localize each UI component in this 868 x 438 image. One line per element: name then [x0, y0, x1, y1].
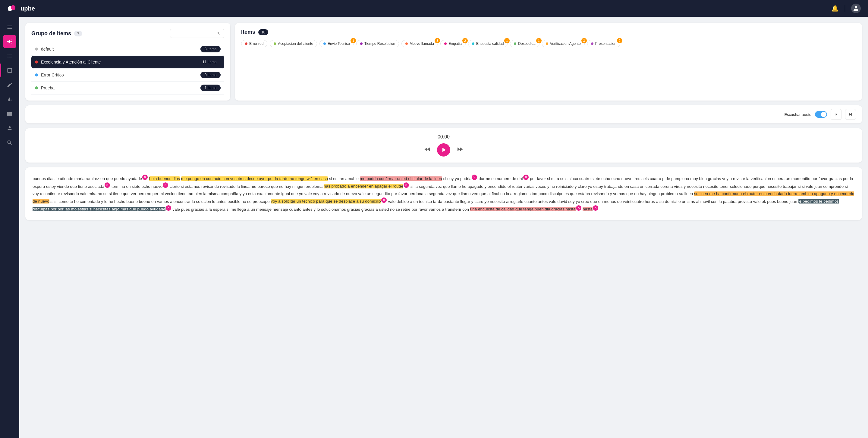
transcript-text: buenos dias le atiende maria ramirez en … — [33, 175, 855, 213]
grupo-panel: Grupo de Items 7 default 3 Items Excelen… — [25, 23, 230, 101]
items-panel: Items 10 Error red Aceptacion del client… — [235, 23, 862, 101]
sidebar-accent — [0, 64, 1, 77]
tag-dot — [591, 42, 593, 45]
logo-text: upbe — [21, 5, 35, 12]
tag-dot — [323, 42, 326, 45]
tag-label: Envio Tecnico — [328, 41, 350, 46]
items-title: Items — [241, 29, 255, 35]
group-row-error[interactable]: Error Crítico 0 Items — [31, 69, 224, 81]
audio-toggle[interactable] — [815, 111, 827, 118]
tag-error-red[interactable]: Error red — [241, 40, 267, 47]
close-chip[interactable]: ✕ — [576, 205, 581, 211]
items-badge: 11 Items — [198, 59, 221, 65]
tag-label: Aceptacion del cliente — [278, 41, 313, 46]
group-row-prueba[interactable]: Prueba 1 Items — [31, 81, 224, 95]
group-row-excelencia[interactable]: Excelencia y Atención al Cliente 11 Item… — [31, 56, 224, 69]
dot-red — [35, 61, 38, 64]
tag-dot — [546, 42, 548, 45]
tag-label: Presentacion — [595, 41, 616, 46]
tag-encuesta[interactable]: Encuesta calidad1 — [468, 40, 507, 47]
sidebar-item-person[interactable] — [3, 122, 16, 135]
group-name: Error Crítico — [41, 72, 64, 77]
tag-dot — [245, 42, 247, 45]
tag-envio[interactable]: Envio Tecnico1 — [319, 40, 354, 47]
tag-dot — [514, 42, 516, 45]
tag-presentacion[interactable]: Presentacion2 — [587, 40, 620, 47]
tag-despedida[interactable]: Despedida1 — [510, 40, 539, 47]
tag-verificacion[interactable]: Verificacion Agente3 — [542, 40, 585, 47]
sidebar-item-search[interactable] — [3, 136, 16, 149]
close-chip[interactable]: ✕ — [523, 175, 529, 180]
tag-label: Empatia — [448, 41, 462, 46]
grupo-count: 7 — [74, 31, 82, 36]
user-avatar[interactable] — [851, 4, 861, 13]
sidebar-item-menu[interactable] — [3, 21, 16, 34]
svg-rect-1 — [11, 5, 16, 10]
tags-grid: Error red Aceptacion del cliente Envio T… — [241, 40, 856, 47]
play-button[interactable] — [437, 143, 450, 157]
audio-bar: Escuchar audio — [25, 105, 862, 124]
audio-controls: Escuchar audio — [784, 109, 856, 120]
tag-label: Verificacion Agente — [550, 41, 581, 46]
tag-label: Motivo llamada — [410, 41, 434, 46]
rewind-button[interactable] — [424, 146, 431, 155]
divider — [845, 5, 845, 12]
tag-motivo[interactable]: Motivo llamada3 — [401, 40, 438, 47]
dot-green — [35, 87, 38, 90]
sidebar-item-folder[interactable] — [3, 107, 16, 121]
topnav: upbe 🔔 — [0, 0, 868, 17]
tag-aceptacion[interactable]: Aceptacion del cliente — [270, 40, 317, 47]
items-badge: 1 Items — [200, 85, 221, 91]
tag-empatia[interactable]: Empatia2 — [440, 40, 466, 47]
sidebar-item-square[interactable] — [3, 64, 16, 77]
sidebar-item-megaphone[interactable] — [3, 35, 16, 48]
tag-badge: 2 — [462, 38, 468, 43]
items-header: Items 10 — [241, 29, 856, 35]
items-badge: 0 Items — [200, 72, 221, 78]
player-section: 00:00 — [25, 128, 862, 163]
group-name: Excelencia y Atención al Cliente — [41, 60, 101, 64]
close-chip[interactable]: ✕ — [142, 175, 148, 180]
grupo-search-input[interactable] — [174, 31, 214, 36]
close-chip[interactable]: ✕ — [166, 205, 171, 211]
close-chip[interactable]: ✕ — [163, 182, 168, 188]
close-chip[interactable]: ✕ — [404, 182, 409, 188]
player-controls — [424, 143, 464, 157]
forward-button[interactable] — [456, 146, 464, 155]
tag-label: Tiempo Resolucion — [364, 41, 395, 46]
close-chip[interactable]: ✕ — [472, 175, 477, 180]
grupo-header: Grupo de Items 7 — [31, 29, 224, 38]
close-chip[interactable]: ✕ — [104, 182, 110, 188]
top-panels: Grupo de Items 7 default 3 Items Excelen… — [25, 23, 862, 101]
grupo-search[interactable] — [170, 29, 224, 38]
tag-dot — [274, 42, 276, 45]
tag-tiempo[interactable]: Tiempo Resolucion — [356, 40, 399, 47]
sidebar-item-pencil[interactable] — [3, 78, 16, 92]
tag-badge: 3 — [581, 38, 587, 43]
logo[interactable]: upbe — [7, 3, 35, 14]
notification-icon[interactable]: 🔔 — [831, 5, 839, 12]
tag-label: Encuesta calidad — [476, 41, 504, 46]
toggle-knob — [821, 112, 827, 117]
dot-gray — [35, 47, 38, 50]
close-chip[interactable]: ✕ — [593, 205, 598, 211]
topnav-right: 🔔 — [831, 4, 861, 13]
group-row-default[interactable]: default 3 Items — [31, 43, 224, 56]
sidebar — [0, 17, 19, 438]
audio-btn-right[interactable] — [845, 109, 856, 120]
transcript-section: buenos dias le atiende maria ramirez en … — [25, 167, 862, 220]
close-chip[interactable]: ✕ — [381, 198, 387, 203]
tag-dot — [360, 42, 363, 45]
grupo-title: Grupo de Items 7 — [31, 30, 82, 37]
sidebar-item-chart[interactable] — [3, 93, 16, 106]
content: Grupo de Items 7 default 3 Items Excelen… — [19, 17, 868, 438]
items-badge: 3 Items — [200, 46, 221, 53]
group-name: Prueba — [41, 86, 55, 90]
tag-label: Error red — [249, 41, 264, 46]
group-name: default — [41, 47, 54, 52]
player-time: 00:00 — [438, 134, 450, 140]
audio-label: Escuchar audio — [784, 112, 811, 117]
sidebar-item-list[interactable] — [3, 49, 16, 63]
tag-badge: 2 — [617, 38, 622, 43]
audio-btn-left[interactable] — [831, 109, 841, 120]
